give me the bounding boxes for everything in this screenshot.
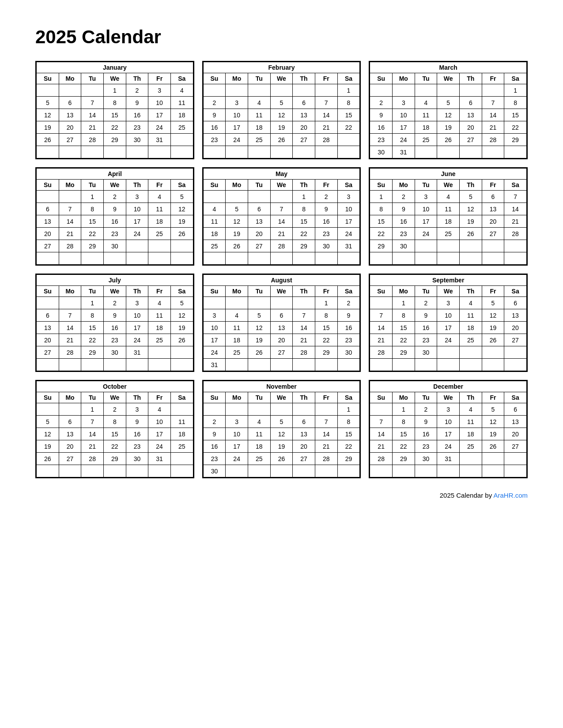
calendar-day[interactable]: 27: [37, 346, 59, 359]
calendar-day[interactable]: 14: [370, 428, 393, 440]
calendar-day[interactable]: 22: [337, 121, 360, 134]
calendar-day[interactable]: 24: [392, 134, 415, 146]
calendar-day[interactable]: 12: [226, 215, 248, 228]
calendar-day[interactable]: 27: [482, 228, 504, 240]
calendar-day[interactable]: 10: [126, 203, 148, 215]
calendar-day[interactable]: 12: [482, 309, 504, 322]
calendar-day[interactable]: 18: [148, 215, 171, 228]
calendar-day[interactable]: 19: [37, 121, 59, 134]
calendar-day[interactable]: 28: [59, 346, 81, 359]
calendar-day[interactable]: 14: [81, 428, 104, 440]
calendar-day[interactable]: 31: [337, 240, 360, 252]
calendar-day[interactable]: 18: [459, 322, 482, 334]
calendar-day[interactable]: 8: [81, 309, 104, 322]
calendar-day[interactable]: 9: [415, 416, 437, 428]
calendar-day[interactable]: 4: [248, 97, 270, 109]
calendar-day[interactable]: 30: [103, 346, 126, 359]
calendar-day[interactable]: 15: [81, 322, 104, 334]
calendar-day[interactable]: 1: [103, 84, 126, 97]
calendar-day[interactable]: 10: [415, 203, 437, 215]
calendar-day[interactable]: 21: [270, 228, 293, 240]
calendar-day[interactable]: 29: [504, 134, 527, 146]
footer-link[interactable]: AraHR.com: [493, 492, 528, 499]
calendar-day[interactable]: 25: [203, 240, 226, 252]
calendar-day[interactable]: 31: [203, 359, 226, 371]
calendar-day[interactable]: 1: [370, 191, 393, 203]
calendar-day[interactable]: 5: [248, 309, 270, 322]
calendar-day[interactable]: 15: [103, 428, 126, 440]
calendar-day[interactable]: 28: [270, 240, 293, 252]
calendar-day[interactable]: 7: [370, 309, 393, 322]
calendar-day[interactable]: 16: [370, 121, 393, 134]
calendar-day[interactable]: 28: [370, 453, 393, 465]
calendar-day[interactable]: 6: [248, 203, 270, 215]
calendar-day[interactable]: 8: [103, 416, 126, 428]
calendar-day[interactable]: 24: [337, 228, 360, 240]
calendar-day[interactable]: 25: [170, 121, 193, 134]
calendar-day[interactable]: 29: [81, 240, 104, 252]
calendar-day[interactable]: 25: [459, 334, 482, 346]
calendar-day[interactable]: 11: [170, 97, 193, 109]
calendar-day[interactable]: 31: [148, 134, 171, 146]
calendar-day[interactable]: 7: [81, 416, 104, 428]
calendar-day[interactable]: 18: [203, 228, 226, 240]
calendar-day[interactable]: 6: [293, 416, 315, 428]
calendar-day[interactable]: 12: [37, 428, 59, 440]
calendar-day[interactable]: 18: [248, 440, 270, 453]
calendar-day[interactable]: 12: [248, 322, 270, 334]
calendar-day[interactable]: 20: [59, 440, 81, 453]
calendar-day[interactable]: 1: [337, 403, 360, 416]
calendar-day[interactable]: 27: [37, 240, 59, 252]
calendar-day[interactable]: 13: [37, 215, 59, 228]
calendar-day[interactable]: 2: [415, 403, 437, 416]
calendar-day[interactable]: 18: [248, 121, 270, 134]
calendar-day[interactable]: 17: [392, 121, 415, 134]
calendar-day[interactable]: 3: [126, 297, 148, 309]
calendar-day[interactable]: 10: [126, 309, 148, 322]
calendar-day[interactable]: 20: [482, 215, 504, 228]
calendar-day[interactable]: 3: [437, 297, 460, 309]
calendar-day[interactable]: 16: [415, 322, 437, 334]
calendar-day[interactable]: 3: [148, 84, 171, 97]
calendar-day[interactable]: 3: [126, 403, 148, 416]
calendar-day[interactable]: 29: [392, 346, 415, 359]
calendar-day[interactable]: 11: [170, 416, 193, 428]
calendar-day[interactable]: 21: [81, 440, 104, 453]
calendar-day[interactable]: 12: [37, 109, 59, 121]
calendar-day[interactable]: 15: [315, 322, 337, 334]
calendar-day[interactable]: 19: [482, 322, 504, 334]
calendar-day[interactable]: 3: [126, 191, 148, 203]
calendar-day[interactable]: 19: [270, 440, 293, 453]
calendar-day[interactable]: 2: [103, 191, 126, 203]
calendar-day[interactable]: 14: [81, 109, 104, 121]
calendar-day[interactable]: 6: [37, 203, 59, 215]
calendar-day[interactable]: 3: [415, 191, 437, 203]
calendar-day[interactable]: 4: [170, 84, 193, 97]
calendar-day[interactable]: 19: [482, 428, 504, 440]
calendar-day[interactable]: 25: [248, 134, 270, 146]
calendar-day[interactable]: 27: [459, 134, 482, 146]
calendar-day[interactable]: 26: [482, 440, 504, 453]
calendar-day[interactable]: 16: [203, 440, 226, 453]
calendar-day[interactable]: 5: [482, 403, 504, 416]
calendar-day[interactable]: 9: [203, 109, 226, 121]
calendar-day[interactable]: 5: [482, 297, 504, 309]
calendar-day[interactable]: 17: [203, 334, 226, 346]
calendar-day[interactable]: 12: [482, 416, 504, 428]
calendar-day[interactable]: 9: [126, 97, 148, 109]
calendar-day[interactable]: 7: [315, 416, 337, 428]
calendar-day[interactable]: 9: [315, 203, 337, 215]
calendar-day[interactable]: 8: [103, 97, 126, 109]
calendar-day[interactable]: 2: [415, 297, 437, 309]
calendar-day[interactable]: 1: [81, 403, 104, 416]
calendar-day[interactable]: 9: [337, 309, 360, 322]
calendar-day[interactable]: 23: [203, 134, 226, 146]
calendar-day[interactable]: 24: [148, 440, 171, 453]
calendar-day[interactable]: 23: [415, 440, 437, 453]
calendar-day[interactable]: 4: [148, 191, 171, 203]
calendar-day[interactable]: 17: [437, 428, 460, 440]
calendar-day[interactable]: 8: [392, 416, 415, 428]
calendar-day[interactable]: 19: [459, 215, 482, 228]
calendar-day[interactable]: 11: [437, 203, 460, 215]
calendar-day[interactable]: 1: [293, 191, 315, 203]
